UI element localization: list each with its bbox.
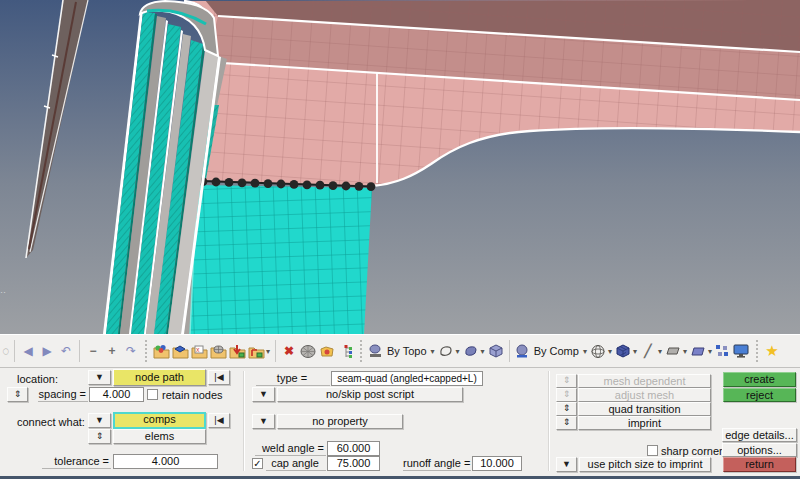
wireframe-geometry-icon[interactable] xyxy=(437,342,455,360)
zoom-in-icon[interactable]: + xyxy=(103,342,121,360)
weld-angle-input[interactable]: 60.000 xyxy=(327,441,380,456)
pitch-switch-button[interactable]: ▼ xyxy=(556,457,577,472)
forward-arrow-icon[interactable]: ▶ xyxy=(38,342,56,360)
pitch-size-button[interactable]: use pitch size to imprint xyxy=(579,457,711,472)
type-label[interactable]: type = xyxy=(256,372,330,386)
separator xyxy=(145,340,147,362)
morph-icon[interactable] xyxy=(318,342,336,360)
separator xyxy=(79,340,80,362)
export-folder-icon[interactable] xyxy=(247,342,265,360)
weld-angle-label[interactable]: weld angle = xyxy=(255,442,326,456)
adjust-mesh-button: adjust mesh xyxy=(578,388,711,402)
open-components-folder-icon[interactable] xyxy=(152,342,170,360)
redo-icon[interactable]: ↷ xyxy=(122,342,140,360)
line-mesh-panel: location: ▼ node path |◀ ⇕ spacing = 4.0… xyxy=(0,368,800,476)
zoom-out-icon[interactable]: − xyxy=(84,342,102,360)
dropdown-caret-icon[interactable]: ▾ xyxy=(583,347,587,356)
reverse-direction-icon[interactable]: |◀ xyxy=(208,370,230,385)
cyan-mesh-block[interactable] xyxy=(190,185,372,334)
clipped-icon[interactable]: ◌ xyxy=(2,342,10,360)
return-button[interactable]: return xyxy=(723,457,796,472)
dropdown-caret-icon[interactable]: ▾ xyxy=(633,347,637,356)
topo-display-icon[interactable] xyxy=(367,342,385,360)
connect-entity-button[interactable]: comps xyxy=(113,412,206,429)
mesh-dependent-toggle: ⇕ xyxy=(556,374,577,388)
post-script-button[interactable]: no/skip post script xyxy=(277,387,463,402)
post-script-switch-button[interactable]: ▼ xyxy=(252,387,275,402)
dropdown-caret-icon[interactable]: ▾ xyxy=(266,347,270,356)
dropdown-caret-icon[interactable]: ▾ xyxy=(456,347,460,356)
by-comp-label[interactable]: By Comp xyxy=(534,345,579,357)
open-mesh-folder-icon[interactable] xyxy=(209,342,227,360)
create-button[interactable]: create xyxy=(723,372,796,387)
comp-display-icon[interactable] xyxy=(514,342,532,360)
dropdown-caret-icon[interactable]: ▾ xyxy=(431,347,435,356)
import-folder-icon[interactable] xyxy=(228,342,246,360)
favorites-star-icon[interactable]: ★ xyxy=(763,342,781,360)
reverse-direction-icon[interactable]: |◀ xyxy=(208,413,230,428)
delete-icon[interactable]: ✖ xyxy=(280,342,298,360)
column-divider xyxy=(243,371,244,471)
runoff-angle-input[interactable]: 10.000 xyxy=(472,456,522,471)
edge-details-button[interactable]: edge details... xyxy=(722,428,797,442)
location-label: location: xyxy=(17,373,58,385)
retain-nodes-checkbox[interactable] xyxy=(147,389,158,400)
svg-text:x: x xyxy=(196,346,200,353)
connect-switch-button[interactable]: ▼ xyxy=(88,413,111,428)
elems-toggle-button[interactable]: ⇕ xyxy=(88,429,111,444)
shaded-elements-icon[interactable] xyxy=(614,342,632,360)
by-topo-label[interactable]: By Topo xyxy=(387,345,427,357)
hypermesh-window: ‥ ◌ ◀ ▶ ↶ − + ↷ x ▾ ✖ By Topo ▾ ▾ ▾ xyxy=(0,0,800,479)
cap-angle-label[interactable]: cap angle xyxy=(266,457,326,471)
tolerance-input[interactable]: 4.000 xyxy=(113,454,218,469)
solid-cube-icon[interactable] xyxy=(487,342,505,360)
dropdown-caret-icon[interactable]: ▾ xyxy=(481,347,485,356)
imprint-button[interactable]: imprint xyxy=(578,416,711,430)
sharp-corner-checkbox[interactable] xyxy=(647,445,658,456)
location-entity-button[interactable]: node path xyxy=(113,369,206,386)
dropdown-caret-icon[interactable]: ▾ xyxy=(708,347,712,356)
spacing-toggle-button[interactable]: ⇕ xyxy=(7,387,28,402)
1d-element-icon[interactable]: ╱ xyxy=(639,342,657,360)
wireframe-elements-icon[interactable] xyxy=(589,342,607,360)
open-properties-folder-icon[interactable] xyxy=(171,342,189,360)
adjust-mesh-toggle: ⇕ xyxy=(556,388,577,402)
3d-element-icon[interactable] xyxy=(689,342,707,360)
options-button[interactable]: options... xyxy=(722,443,797,457)
quad-transition-button[interactable]: quad transition xyxy=(578,402,711,416)
retain-nodes-label: retain nodes xyxy=(162,389,223,401)
open-table-folder-icon[interactable]: x xyxy=(190,342,208,360)
dropdown-caret-icon[interactable]: ▾ xyxy=(683,347,687,356)
cap-angle-checkbox[interactable]: ✓ xyxy=(252,458,263,469)
mesh-dependent-button: mesh dependent xyxy=(578,374,711,388)
dropdown-caret-icon[interactable]: ▾ xyxy=(608,347,612,356)
elems-button[interactable]: elems xyxy=(113,429,206,444)
property-switch-button[interactable]: ▼ xyxy=(252,414,275,429)
runoff-angle-label[interactable]: runoff angle = xyxy=(403,457,471,471)
axis-label-fragment: ‥ xyxy=(0,285,6,295)
faceted-sphere-icon[interactable] xyxy=(299,342,317,360)
undo-icon[interactable]: ↶ xyxy=(57,342,75,360)
2d-element-icon[interactable] xyxy=(664,342,682,360)
multi-elements-icon[interactable] xyxy=(714,342,732,360)
quad-transition-toggle[interactable]: ⇕ xyxy=(556,402,577,416)
back-arrow-icon[interactable]: ◀ xyxy=(19,342,37,360)
type-value-field[interactable]: seam-quad (angled+capped+L) xyxy=(331,371,483,386)
performance-graphics-icon[interactable] xyxy=(733,342,751,360)
separator xyxy=(14,340,15,362)
assembly-tree-icon[interactable] xyxy=(337,342,355,360)
spacing-input[interactable]: 4.000 xyxy=(89,387,144,402)
reject-button[interactable]: reject xyxy=(723,388,796,402)
location-switch-button[interactable]: ▼ xyxy=(88,370,111,385)
tolerance-label[interactable]: tolerance = xyxy=(42,455,111,469)
sharp-corner-label: sharp corner xyxy=(661,445,723,457)
spacing-label[interactable]: spacing = xyxy=(38,388,88,402)
cap-angle-input[interactable]: 75.000 xyxy=(327,456,380,471)
imprint-toggle[interactable]: ⇕ xyxy=(556,416,577,430)
shaded-geometry-icon[interactable] xyxy=(462,342,480,360)
dropdown-caret-icon[interactable]: ▾ xyxy=(658,347,662,356)
separator xyxy=(275,340,276,362)
viewport-3d[interactable]: ‥ xyxy=(0,0,800,334)
property-button[interactable]: no property xyxy=(277,414,403,429)
separator xyxy=(756,340,758,362)
